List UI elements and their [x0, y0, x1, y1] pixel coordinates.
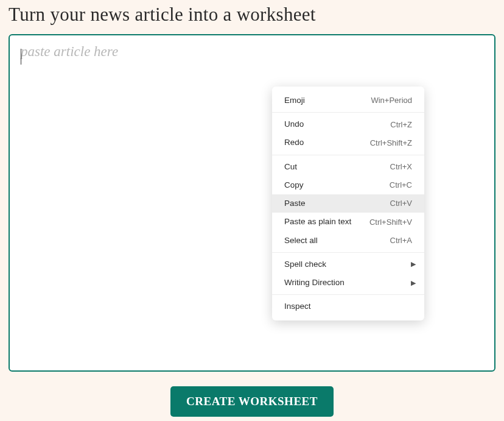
button-row: CREATE WORKSHEET: [0, 386, 504, 417]
menu-item-writing-direction[interactable]: Writing Direction▶: [272, 274, 424, 292]
create-worksheet-button[interactable]: CREATE WORKSHEET: [170, 386, 334, 417]
menu-item-paste[interactable]: PasteCtrl+V: [272, 194, 424, 213]
chevron-right-icon: ▶: [411, 278, 416, 288]
menu-item-shortcut: Ctrl+Z: [390, 119, 412, 130]
menu-item-label: Inspect: [284, 301, 311, 312]
menu-item-label: Paste: [284, 198, 306, 209]
menu-item-label: Undo: [284, 119, 304, 130]
text-cursor: [21, 49, 21, 65]
menu-item-label: Select all: [284, 235, 318, 246]
menu-item-shortcut: Win+Period: [371, 95, 412, 106]
menu-item-shortcut: Ctrl+C: [390, 180, 412, 191]
menu-item-label: Copy: [284, 180, 304, 191]
menu-item-label: Spell check: [284, 259, 326, 270]
chevron-right-icon: ▶: [411, 260, 416, 269]
menu-group: Spell check▶Writing Direction▶: [272, 253, 424, 295]
menu-item-paste-as-plain-text[interactable]: Paste as plain textCtrl+Shift+V: [272, 213, 424, 231]
menu-item-copy[interactable]: CopyCtrl+C: [272, 176, 424, 194]
menu-group: Inspect: [272, 295, 424, 318]
menu-item-shortcut: Ctrl+Shift+Z: [370, 138, 412, 149]
page-title: Turn your news article into a worksheet: [0, 0, 504, 26]
menu-item-select-all[interactable]: Select allCtrl+A: [272, 232, 424, 250]
menu-group: UndoCtrl+ZRedoCtrl+Shift+Z: [272, 113, 424, 155]
menu-group: CutCtrl+XCopyCtrl+CPasteCtrl+VPaste as p…: [272, 155, 424, 253]
menu-item-label: Paste as plain text: [284, 216, 351, 227]
menu-item-cut[interactable]: CutCtrl+X: [272, 158, 424, 176]
menu-item-label: Cut: [284, 161, 297, 172]
menu-item-inspect[interactable]: Inspect: [272, 297, 424, 316]
menu-item-emoji[interactable]: EmojiWin+Period: [272, 91, 424, 110]
menu-item-label: Redo: [284, 137, 304, 148]
menu-item-shortcut: Ctrl+X: [390, 161, 412, 172]
menu-item-redo[interactable]: RedoCtrl+Shift+Z: [272, 133, 424, 152]
menu-item-label: Writing Direction: [284, 277, 345, 288]
menu-item-spell-check[interactable]: Spell check▶: [272, 255, 424, 274]
menu-item-undo[interactable]: UndoCtrl+Z: [272, 115, 424, 133]
menu-group: EmojiWin+Period: [272, 89, 424, 113]
menu-item-shortcut: Ctrl+V: [390, 198, 412, 209]
menu-item-label: Emoji: [284, 95, 305, 106]
menu-item-shortcut: Ctrl+Shift+V: [369, 217, 412, 228]
menu-item-shortcut: Ctrl+A: [390, 235, 412, 246]
context-menu[interactable]: EmojiWin+PeriodUndoCtrl+ZRedoCtrl+Shift+…: [272, 87, 424, 320]
